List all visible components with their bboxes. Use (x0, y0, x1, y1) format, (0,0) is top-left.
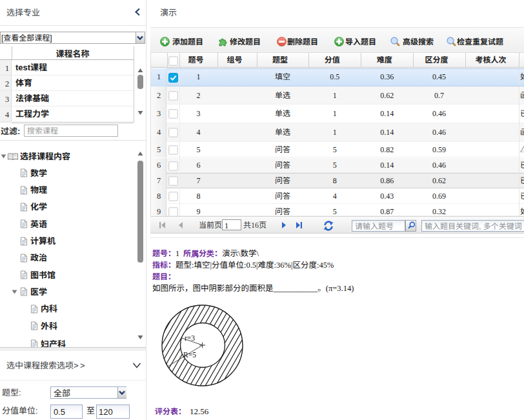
svg-text:R=5: R=5 (183, 351, 196, 359)
svg-text:r=3: r=3 (185, 334, 195, 342)
